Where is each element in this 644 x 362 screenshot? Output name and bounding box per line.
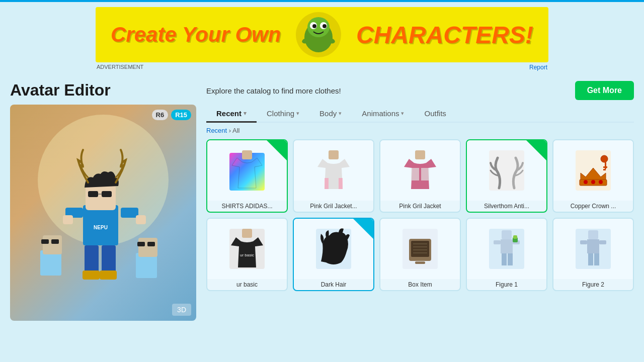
item-name: Pink Gril Jacket... [294,201,373,212]
item-card[interactable]: Copper Crown ... [552,139,634,213]
item-name: Pink Gril Jacket [380,201,460,212]
item-card[interactable]: Silverthom Anti... [466,139,547,213]
item-card[interactable]: ur basic ur basic [206,218,288,291]
svg-rect-14 [102,191,112,197]
main-content: Avatar Editor R6 R15 NEPU [0,76,644,326]
svg-rect-26 [41,239,49,244]
svg-rect-59 [502,230,512,239]
svg-rect-20 [85,245,99,273]
ad-text-left: Create Your Own [111,23,281,47]
item-name: SHIRTS ADIDAS... [207,201,287,212]
svg-rect-27 [51,239,59,244]
svg-text:NEPU: NEPU [94,225,108,230]
svg-rect-29 [138,238,157,257]
item-name: ur basic [207,279,287,290]
item-card[interactable]: Figure 1 [466,218,547,291]
svg-rect-41 [603,169,606,170]
item-thumb [380,140,460,201]
svg-rect-23 [100,270,117,280]
svg-rect-60 [501,239,513,253]
item-name: Copper Crown ... [553,201,633,212]
svg-rect-63 [502,253,507,265]
svg-rect-70 [580,240,587,244]
svg-rect-52 [411,241,429,257]
svg-rect-35 [415,150,425,159]
tab-animations[interactable]: Animations ▾ [352,105,414,122]
svg-rect-18 [63,215,73,224]
ad-banner: Create Your Own CHARACTERS! [96,7,548,62]
tab-clothing[interactable]: Clothing ▾ [257,105,309,122]
ad-container: Create Your Own CHARACTERS! [96,7,548,71]
item-card[interactable]: Dark Hair [293,218,374,291]
tab-clothing-label: Clothing [267,109,294,118]
ad-labels: ADVERTISEMENT Report [96,64,548,71]
avatar-badges: R6 R15 [152,110,191,120]
item-name: Silverthom Anti... [467,201,546,212]
svg-rect-47 [242,229,252,238]
item-card[interactable]: Box Item [379,218,461,291]
item-card[interactable]: Pink Gril Jacket [379,139,461,213]
svg-rect-69 [587,239,599,253]
svg-rect-30 [137,242,145,246]
svg-text:ur basic: ur basic [240,253,254,257]
new-badge [267,140,287,160]
tab-recent-label: Recent [216,109,242,118]
tab-outfits-label: Outfits [424,109,446,118]
item-thumb [467,140,546,201]
svg-point-5 [312,24,316,28]
item-thumb [207,140,287,201]
ad-report[interactable]: Report [529,64,547,71]
item-card[interactable]: Figure 2 [552,218,634,291]
svg-rect-72 [588,253,593,265]
svg-point-44 [591,180,595,184]
svg-rect-57 [415,261,425,264]
tab-body-arrow: ▾ [339,110,342,117]
item-thumb [553,219,633,279]
svg-rect-22 [83,270,100,280]
svg-rect-31 [147,242,155,246]
tab-clothing-arrow: ▾ [296,110,299,117]
breadcrumb-separator: › [229,127,232,134]
tab-animations-label: Animations [362,109,399,118]
badge-r15[interactable]: R15 [171,110,191,120]
ad-character [288,10,349,60]
breadcrumb-parent[interactable]: Recent [206,127,227,134]
page-title: Avatar Editor [10,81,196,100]
get-more-button[interactable]: Get More [575,81,634,100]
svg-point-45 [599,180,603,184]
svg-point-6 [323,24,327,28]
item-thumb [380,219,460,279]
item-card[interactable]: Pink Gril Jacket... [293,139,374,213]
breadcrumb-current: All [232,127,239,134]
new-badge [526,140,546,160]
svg-rect-61 [494,240,501,244]
catalog-desc: Explore the catalog to find more clothes… [206,86,341,95]
tab-recent[interactable]: Recent ▾ [206,105,257,122]
item-name: Figure 2 [553,279,633,290]
item-card[interactable]: SHIRTS ADIDAS... [206,139,288,213]
svg-point-43 [584,180,588,184]
avatar-viewport: R6 R15 NEPU [10,105,196,321]
svg-rect-25 [43,235,62,254]
item-name: Figure 1 [467,279,546,290]
tabs: Recent ▾ Clothing ▾ Body ▾ Animations ▾ … [206,105,634,123]
tab-outfits[interactable]: Outfits [414,105,456,122]
item-thumb [294,140,373,201]
svg-rect-73 [594,253,599,265]
svg-rect-17 [121,208,138,218]
item-name: Dark Hair [294,279,373,290]
item-thumb [294,219,373,279]
top-bar [0,0,644,2]
badge-3d[interactable]: 3D [172,304,191,316]
tab-animations-arrow: ▾ [401,110,404,117]
badge-r6[interactable]: R6 [152,110,169,120]
svg-rect-64 [508,253,513,265]
avatar-character-svg: NEPU [10,105,196,321]
item-name: Box Item [380,279,460,290]
svg-rect-34 [329,150,339,159]
ad-label: ADVERTISEMENT [97,64,143,71]
tab-body-label: Body [319,109,337,118]
tab-body[interactable]: Body ▾ [309,105,352,122]
item-thumb [467,219,546,279]
avatar-panel: Avatar Editor R6 R15 NEPU [10,81,196,321]
